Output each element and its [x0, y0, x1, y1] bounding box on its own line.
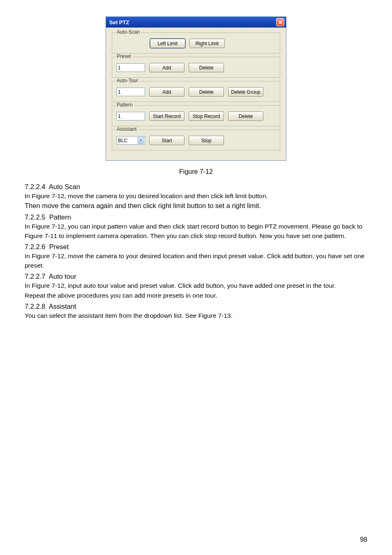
- body-text: In Figure 7-12, move the camera to your …: [25, 252, 367, 270]
- section-heading-autotour: 7.2.2.7 Auto tour: [25, 273, 367, 280]
- chevron-down-icon: ▼: [138, 137, 144, 144]
- preset-input[interactable]: [116, 63, 145, 72]
- assistant-select-value: BLC: [118, 138, 127, 143]
- preset-group: Preset Add Delete: [112, 57, 280, 78]
- auto-tour-legend: Auto-Tour: [115, 78, 139, 83]
- figure-caption: Figure 7-12: [25, 168, 367, 176]
- preset-delete-button[interactable]: Delete: [189, 63, 224, 72]
- auto-scan-legend: Auto-Scan: [115, 29, 141, 35]
- assistant-group: Assistant BLC ▼ Start Stop: [112, 130, 280, 150]
- body-text: In Figure 7-12, you can input pattern va…: [25, 222, 367, 240]
- assistant-select[interactable]: BLC ▼: [116, 136, 145, 145]
- body-text: Repeat the above procedures you can add …: [25, 291, 367, 300]
- close-icon: ✕: [278, 20, 283, 25]
- set-ptz-dialog: Set PTZ ✕ Auto-Scan Left Limit Right Lim…: [106, 16, 286, 161]
- assistant-start-button[interactable]: Start: [149, 136, 184, 145]
- assistant-legend: Assistant: [115, 126, 138, 132]
- auto-scan-group: Auto-Scan Left Limit Right Limit: [112, 32, 280, 53]
- page-number: 98: [360, 536, 367, 543]
- section-heading-autoscan: 7.2.2.4 Auto Scan: [25, 183, 367, 191]
- stop-record-button[interactable]: Stop Record: [189, 111, 224, 121]
- auto-tour-input[interactable]: [116, 88, 145, 96]
- auto-tour-group: Auto-Tour Add Delete Delete Group: [112, 81, 280, 102]
- section-heading-pattern: 7.2.2.5 Pattern: [25, 213, 367, 221]
- dialog-title: Set PTZ: [109, 19, 129, 25]
- right-limit-button[interactable]: Right Limit: [189, 39, 225, 48]
- auto-tour-add-button[interactable]: Add: [149, 87, 184, 97]
- titlebar: Set PTZ ✕: [106, 17, 286, 28]
- pattern-delete-button[interactable]: Delete: [228, 111, 263, 121]
- auto-tour-delete-group-button[interactable]: Delete Group: [228, 87, 263, 97]
- section-heading-preset: 7.2.2.6 Preset: [25, 243, 367, 251]
- body-text: In Figure 7-12, move the camera to you d…: [25, 192, 367, 201]
- auto-tour-delete-button[interactable]: Delete: [189, 87, 224, 97]
- section-heading-assistant: 7.2.2.8 Assistant: [25, 303, 367, 310]
- pattern-legend: Pattern: [115, 102, 134, 108]
- close-button[interactable]: ✕: [276, 18, 284, 26]
- pattern-input[interactable]: [116, 112, 145, 120]
- pattern-group: Pattern Start Record Stop Record Delete: [112, 105, 280, 126]
- preset-legend: Preset: [115, 53, 132, 59]
- body-text: Then move the camera again and then clic…: [25, 201, 367, 211]
- assistant-stop-button[interactable]: Stop: [189, 136, 224, 145]
- start-record-button[interactable]: Start Record: [149, 111, 184, 121]
- body-text: You can select the assistant item from t…: [25, 311, 367, 320]
- preset-add-button[interactable]: Add: [149, 63, 184, 72]
- body-text: In Figure 7-12, input auto tour value an…: [25, 281, 367, 290]
- left-limit-button[interactable]: Left Limit: [150, 39, 185, 48]
